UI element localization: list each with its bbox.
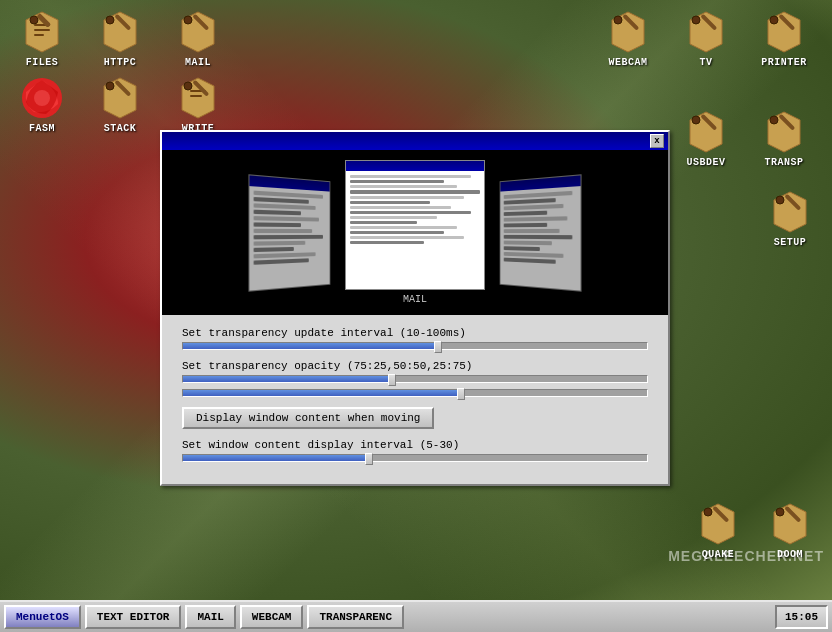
svg-rect-2 <box>34 29 50 31</box>
write-icon <box>176 76 220 120</box>
httpc-icon <box>98 10 142 54</box>
svg-point-8 <box>106 16 114 24</box>
desktop: FILES HTTPC MAIL <box>0 0 832 600</box>
slider-opacity[interactable] <box>182 375 648 383</box>
control-label-content-interval: Set window content display interval (5-3… <box>182 439 648 451</box>
webcam-icon <box>606 10 650 54</box>
preview-titlebar-center <box>346 161 484 171</box>
preview-window-center <box>345 160 485 290</box>
svg-rect-19 <box>190 95 202 97</box>
slider-interval[interactable] <box>182 342 648 350</box>
tv-label: TV <box>699 57 712 68</box>
transp-icon <box>762 110 806 154</box>
dialog-close-button[interactable]: x <box>650 134 664 148</box>
mail-label: MAIL <box>185 57 211 68</box>
svg-point-42 <box>704 508 712 516</box>
taskbar-text-editor[interactable]: TEXT EDITOR <box>85 605 182 629</box>
desktop-icon-printer[interactable]: PRINTER <box>752 10 816 68</box>
slider-content-interval-fill <box>183 455 369 461</box>
svg-rect-3 <box>34 34 44 36</box>
svg-point-4 <box>30 16 38 24</box>
svg-point-27 <box>692 16 700 24</box>
slider-interval-fill <box>183 343 438 349</box>
taskbar: MenuetOS TEXT EDITOR MAIL WEBCAM TRANSPA… <box>0 600 832 632</box>
controls-area: Set transparency update interval (10-100… <box>162 315 668 484</box>
transparency-dialog: x <box>160 130 670 486</box>
dialog-titlebar: x <box>162 132 668 150</box>
stack-label: STACK <box>104 123 137 134</box>
desktop-icon-setup[interactable]: SETUP <box>758 190 822 248</box>
slider-opacity2-thumb[interactable] <box>457 388 465 400</box>
icon-grid-right-lower: USBDEV TRANSP <box>674 110 822 168</box>
control-label-opacity: Set transparency opacity (75:25,50:50,25… <box>182 360 648 372</box>
icon-grid-left: FILES HTTPC MAIL <box>10 10 236 134</box>
slider-opacity-thumb[interactable] <box>388 374 396 386</box>
svg-point-16 <box>106 82 114 90</box>
svg-point-33 <box>692 116 700 124</box>
mail-icon <box>176 10 220 54</box>
svg-point-21 <box>184 82 192 90</box>
usbdev-label: USBDEV <box>686 157 725 168</box>
watermark: MEGALEECHER.NET <box>668 548 824 564</box>
control-row-button: Display window content when moving <box>182 407 648 429</box>
webcam-label: WEBCAM <box>608 57 647 68</box>
control-row-interval: Set transparency update interval (10-100… <box>182 327 648 350</box>
preview-area: MAIL <box>162 150 668 315</box>
desktop-icon-write[interactable]: WRITE <box>166 76 230 134</box>
slider-content-interval[interactable] <box>182 454 648 462</box>
doom-icon <box>768 502 812 546</box>
desktop-icon-transp[interactable]: TRANSP <box>752 110 816 168</box>
preview-window-right <box>500 174 582 291</box>
desktop-icon-mail[interactable]: MAIL <box>166 10 230 68</box>
fasm-icon <box>20 76 64 120</box>
control-label-interval: Set transparency update interval (10-100… <box>182 327 648 339</box>
desktop-icon-httpc[interactable]: HTTPC <box>88 10 152 68</box>
preview-content-center <box>346 171 484 289</box>
slider-content-interval-thumb[interactable] <box>365 453 373 465</box>
desktop-icon-stack[interactable]: STACK <box>88 76 152 134</box>
taskbar-clock: 15:05 <box>775 605 828 629</box>
display-content-button[interactable]: Display window content when moving <box>182 407 434 429</box>
transp-label: TRANSP <box>764 157 803 168</box>
svg-point-13 <box>34 90 50 106</box>
fasm-label: FASM <box>29 123 55 134</box>
usbdev-icon <box>684 110 728 154</box>
stack-icon <box>98 76 142 120</box>
svg-point-11 <box>184 16 192 24</box>
slider-opacity2[interactable] <box>182 389 648 397</box>
desktop-icon-usbdev[interactable]: USBDEV <box>674 110 738 168</box>
setup-label: SETUP <box>774 237 807 248</box>
printer-icon <box>762 10 806 54</box>
control-row-content-interval: Set window content display interval (5-3… <box>182 439 648 462</box>
files-icon <box>20 10 64 54</box>
preview-label: MAIL <box>403 294 427 305</box>
svg-point-24 <box>614 16 622 24</box>
desktop-icon-files[interactable]: FILES <box>10 10 74 68</box>
taskbar-mail[interactable]: MAIL <box>185 605 235 629</box>
slider-opacity2-fill <box>183 390 461 396</box>
desktop-icon-tv[interactable]: TV <box>674 10 738 68</box>
svg-point-39 <box>776 196 784 204</box>
svg-point-45 <box>776 508 784 516</box>
files-label: FILES <box>26 57 59 68</box>
tv-icon <box>684 10 728 54</box>
desktop-icon-fasm[interactable]: FASM <box>10 76 74 134</box>
svg-point-30 <box>770 16 778 24</box>
svg-point-36 <box>770 116 778 124</box>
control-row-opacity: Set transparency opacity (75:25,50:50,25… <box>182 360 648 397</box>
taskbar-webcam[interactable]: WEBCAM <box>240 605 304 629</box>
quake-icon <box>696 502 740 546</box>
preview-content-left <box>249 186 329 290</box>
setup-icon <box>768 190 812 234</box>
taskbar-transparenc[interactable]: TRANSPARENC <box>307 605 404 629</box>
slider-interval-thumb[interactable] <box>434 341 442 353</box>
slider-opacity-fill <box>183 376 392 382</box>
httpc-label: HTTPC <box>104 57 137 68</box>
icon-grid-right: WEBCAM TV PRINTER <box>596 10 822 68</box>
preview-content-right <box>500 186 580 290</box>
desktop-icon-webcam[interactable]: WEBCAM <box>596 10 660 68</box>
menuet-button[interactable]: MenuetOS <box>4 605 81 629</box>
printer-label: PRINTER <box>761 57 807 68</box>
preview-window-left <box>248 174 330 291</box>
